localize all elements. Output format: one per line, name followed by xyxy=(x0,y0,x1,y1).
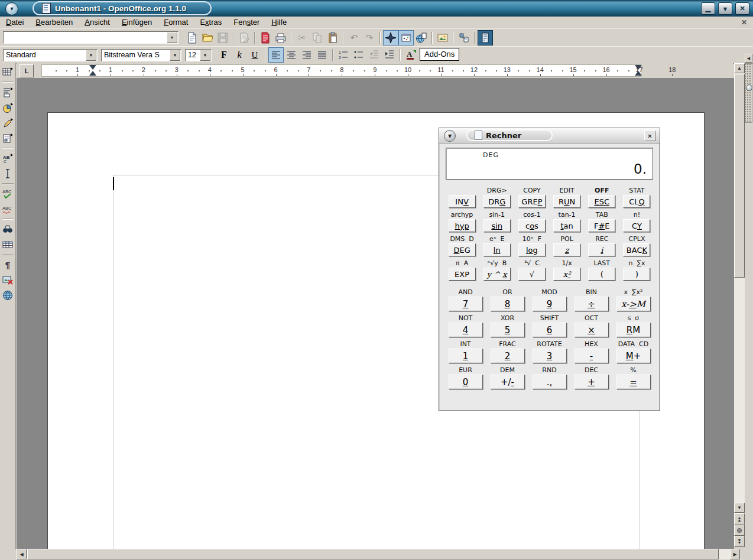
calculator-button[interactable]: cos xyxy=(518,219,546,232)
align-center-button[interactable] xyxy=(284,47,299,63)
calculator-button[interactable]: EXP xyxy=(449,268,476,281)
calculator-button[interactable]: = xyxy=(616,375,651,389)
horizontal-scrollbar-thumb[interactable] xyxy=(27,549,719,559)
menu-datei[interactable]: Datei xyxy=(0,18,30,27)
calculator-button[interactable]: 3 xyxy=(533,349,567,363)
calculator-button[interactable]: ) xyxy=(623,268,650,281)
direct-cursor-button[interactable] xyxy=(0,166,15,181)
numbered-list-button[interactable]: 12 xyxy=(336,47,351,63)
insert-objects-button[interactable] xyxy=(0,100,15,115)
calculator-button[interactable]: 7 xyxy=(449,297,483,311)
scroll-right-button[interactable]: ▶ xyxy=(730,549,740,559)
url-combo-arrow-icon[interactable]: ▼ xyxy=(167,32,177,43)
tab-type-selector[interactable]: L xyxy=(20,64,34,77)
calculator-button[interactable]: 9 xyxy=(533,297,567,311)
calculator-titlebar[interactable]: ▼ Rechner ✕ xyxy=(439,128,660,144)
horizontal-scrollbar[interactable]: ◀ ▶ xyxy=(17,549,740,559)
calculator-button[interactable]: 8 xyxy=(491,297,525,311)
calculator-button[interactable]: RUN xyxy=(553,195,580,208)
calculator-button[interactable]: F#E xyxy=(588,219,615,232)
addons-button[interactable] xyxy=(478,30,493,45)
increase-indent-button[interactable] xyxy=(382,47,397,63)
redo-button[interactable]: ↷ xyxy=(362,30,377,45)
calculator-button[interactable]: 0 xyxy=(449,375,483,389)
insert-fields-button[interactable] xyxy=(0,84,15,100)
calculator-button[interactable]: GREP xyxy=(518,195,546,208)
undo-button[interactable]: ↶ xyxy=(346,30,362,45)
next-page-button[interactable]: ▼▼ xyxy=(734,536,745,547)
spellcheck-button[interactable]: ABC xyxy=(0,186,15,201)
bullet-list-button[interactable] xyxy=(351,47,366,63)
calculator-button[interactable]: CY xyxy=(623,219,650,232)
align-right-button[interactable] xyxy=(299,47,314,63)
menu-ansicht[interactable]: Ansicht xyxy=(79,18,116,27)
print-button[interactable] xyxy=(273,30,288,45)
online-layout-button[interactable] xyxy=(0,288,15,303)
save-button[interactable] xyxy=(215,30,231,45)
calculator-button[interactable]: √ xyxy=(518,268,546,281)
font-combo[interactable]: Bitstream Vera S ▼ xyxy=(101,49,181,61)
graphics-onoff-button[interactable] xyxy=(0,272,15,288)
edit-file-button[interactable] xyxy=(236,30,252,45)
scroll-up-button[interactable]: ▲ xyxy=(734,63,745,73)
fontsize-combo[interactable]: 12 ▼ xyxy=(185,49,212,61)
menu-bearbeiten[interactable]: Bearbeiten xyxy=(30,18,79,27)
calculator-button[interactable]: ln xyxy=(483,243,511,256)
export-pdf-button[interactable] xyxy=(258,30,273,45)
decrease-indent-button[interactable] xyxy=(366,47,382,63)
calculator-button[interactable]: DEG xyxy=(449,243,476,256)
calculator-button[interactable]: ÷ xyxy=(575,297,609,311)
calculator-button[interactable]: tan xyxy=(553,219,580,232)
calculator-button[interactable]: hyp xyxy=(449,219,476,232)
nonprinting-characters-button[interactable]: ¶ xyxy=(0,257,15,272)
minimize-button[interactable]: ▁ xyxy=(701,2,715,15)
calculator-button[interactable]: ( xyxy=(588,268,615,281)
gallery-button[interactable] xyxy=(435,30,450,45)
font-combo-arrow-icon[interactable]: ▼ xyxy=(170,50,180,61)
calculator-button[interactable]: + xyxy=(575,375,609,389)
calculator-button[interactable]: sin xyxy=(483,219,511,232)
paste-button[interactable] xyxy=(325,30,340,45)
hyperlink-button[interactable] xyxy=(414,30,429,45)
calculator-button[interactable]: 1 xyxy=(449,349,483,363)
underline-button[interactable]: U xyxy=(247,47,262,63)
calculator-button[interactable]: z xyxy=(553,243,580,256)
open-button[interactable] xyxy=(200,30,215,45)
url-combo[interactable]: ▼ xyxy=(3,31,178,44)
document-close-icon[interactable]: ✕ xyxy=(741,18,747,27)
insert-table-button[interactable] xyxy=(0,64,15,80)
menu-fenster[interactable]: Fenster xyxy=(228,18,265,27)
autotext-button[interactable]: ABC xyxy=(0,151,15,166)
calculator-button[interactable]: 2 xyxy=(491,349,525,363)
copy-button[interactable] xyxy=(310,30,325,45)
calculator-button[interactable]: x² xyxy=(553,268,580,281)
calculator-button[interactable]: ESC xyxy=(588,195,615,208)
calculator-button[interactable]: 4 xyxy=(449,323,483,337)
calculator-button[interactable]: 5 xyxy=(491,323,525,337)
calculator-button[interactable]: y ^ x xyxy=(483,268,511,281)
vertical-scrollbar[interactable]: ▲ ▼ xyxy=(734,63,745,513)
calculator-button[interactable]: × xyxy=(575,323,609,337)
find-replace-button[interactable] xyxy=(0,222,15,237)
calculator-button[interactable]: - xyxy=(575,349,609,363)
calculator-close-button[interactable]: ✕ xyxy=(644,131,655,141)
navigation-dot-button[interactable] xyxy=(734,525,745,536)
autospellcheck-button[interactable]: ABC xyxy=(0,201,15,217)
menu-extras[interactable]: Extras xyxy=(194,18,228,27)
window-menu-button[interactable]: ▼ xyxy=(5,2,18,15)
vertical-scrollbar-thumb[interactable] xyxy=(734,74,745,278)
bold-button[interactable]: F xyxy=(216,47,232,63)
calculator-button[interactable]: i xyxy=(588,243,615,256)
calculator-button[interactable]: 6 xyxy=(533,323,567,337)
toolbar-overflow-button[interactable]: ◀ xyxy=(745,54,752,63)
font-color-button[interactable]: A xyxy=(403,47,418,63)
calculator-button[interactable]: CLQ xyxy=(623,195,650,208)
calculator-button[interactable]: RM xyxy=(616,323,651,337)
align-justify-button[interactable] xyxy=(314,47,330,63)
calculator-button[interactable]: BACK xyxy=(623,243,650,256)
new-document-button[interactable] xyxy=(184,30,200,45)
menu-einfuegen[interactable]: Einfügen xyxy=(116,18,158,27)
calculator-button[interactable]: M+ xyxy=(616,349,651,363)
scroll-down-button[interactable]: ▼ xyxy=(734,503,745,513)
stylist-button[interactable] xyxy=(398,30,414,45)
